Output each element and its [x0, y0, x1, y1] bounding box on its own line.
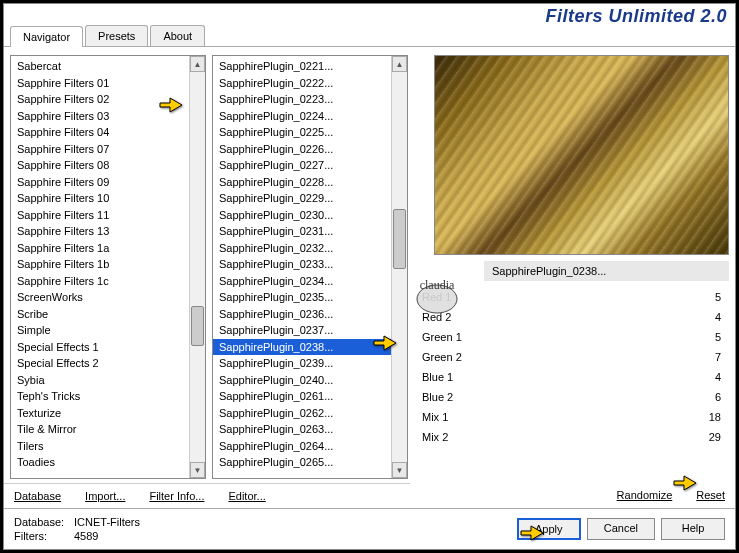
filter-item[interactable]: SapphirePlugin_0240... — [213, 372, 391, 389]
import-link[interactable]: Import... — [85, 490, 125, 502]
filter-item[interactable]: SapphirePlugin_0234... — [213, 273, 391, 290]
apply-button[interactable]: Apply — [517, 518, 581, 540]
param-value: 7 — [715, 349, 721, 365]
filter-item[interactable]: SapphirePlugin_0230... — [213, 207, 391, 224]
category-item[interactable]: Toadies — [11, 454, 189, 471]
category-item[interactable]: Teph's Tricks — [11, 388, 189, 405]
param-row[interactable]: Red 15 — [418, 287, 725, 307]
param-name: Blue 2 — [422, 389, 453, 405]
category-item[interactable]: Sapphire Filters 08 — [11, 157, 189, 174]
category-column: SabercatSapphire Filters 01Sapphire Filt… — [10, 55, 206, 479]
scroll-thumb[interactable] — [191, 306, 204, 346]
category-item[interactable]: Sabercat — [11, 58, 189, 75]
preview-image — [434, 55, 729, 255]
category-item[interactable]: ScreenWorks — [11, 289, 189, 306]
category-item[interactable]: Special Effects 1 — [11, 339, 189, 356]
scroll-down-icon[interactable]: ▼ — [392, 462, 407, 478]
param-value: 6 — [715, 389, 721, 405]
category-item[interactable]: Sapphire Filters 13 — [11, 223, 189, 240]
body: SabercatSapphire Filters 01Sapphire Filt… — [4, 47, 735, 483]
param-row[interactable]: Blue 14 — [418, 367, 725, 387]
cancel-button[interactable]: Cancel — [587, 518, 655, 540]
scroll-down-icon[interactable]: ▼ — [190, 462, 205, 478]
filter-item[interactable]: SapphirePlugin_0235... — [213, 289, 391, 306]
category-item[interactable]: Special Effects 2 — [11, 355, 189, 372]
category-list-wrap: SabercatSapphire Filters 01Sapphire Filt… — [10, 55, 206, 479]
filter-item[interactable]: SapphirePlugin_0232... — [213, 240, 391, 257]
param-row[interactable]: Green 15 — [418, 327, 725, 347]
param-row[interactable]: Red 24 — [418, 307, 725, 327]
param-row[interactable]: Mix 118 — [418, 407, 725, 427]
category-list[interactable]: SabercatSapphire Filters 01Sapphire Filt… — [11, 56, 189, 478]
category-item[interactable]: Texturize — [11, 405, 189, 422]
filter-item[interactable]: SapphirePlugin_0263... — [213, 421, 391, 438]
category-item[interactable]: Tile & Mirror — [11, 421, 189, 438]
filter-item[interactable]: SapphirePlugin_0228... — [213, 174, 391, 191]
scroll-track[interactable] — [190, 72, 205, 462]
database-label: Database: — [14, 515, 74, 529]
category-item[interactable]: Sapphire Filters 09 — [11, 174, 189, 191]
filter-item[interactable]: SapphirePlugin_0227... — [213, 157, 391, 174]
filter-item[interactable]: SapphirePlugin_0226... — [213, 141, 391, 158]
category-item[interactable]: Sapphire Filters 01 — [11, 75, 189, 92]
tab-navigator[interactable]: Navigator — [10, 26, 83, 47]
category-item[interactable]: Sapphire Filters 03 — [11, 108, 189, 125]
filter-list[interactable]: SapphirePlugin_0221...SapphirePlugin_022… — [213, 56, 391, 478]
filter-item[interactable]: SapphirePlugin_0262... — [213, 405, 391, 422]
filter-item[interactable]: SapphirePlugin_0221... — [213, 58, 391, 75]
category-item[interactable]: Sapphire Filters 1b — [11, 256, 189, 273]
param-row[interactable]: Blue 26 — [418, 387, 725, 407]
tab-about[interactable]: About — [150, 25, 205, 46]
filter-column: SapphirePlugin_0221...SapphirePlugin_022… — [212, 55, 408, 479]
toolbar-left: Database Import... Filter Info... Editor… — [4, 483, 410, 508]
category-item[interactable]: Tilers — [11, 438, 189, 455]
filter-item[interactable]: SapphirePlugin_0239... — [213, 355, 391, 372]
filter-item[interactable]: SapphirePlugin_0264... — [213, 438, 391, 455]
filter-item[interactable]: SapphirePlugin_0265... — [213, 454, 391, 471]
help-button[interactable]: Help — [661, 518, 725, 540]
filter-item[interactable]: SapphirePlugin_0261... — [213, 388, 391, 405]
param-value: 4 — [715, 369, 721, 385]
filter-item[interactable]: SapphirePlugin_0222... — [213, 75, 391, 92]
category-item[interactable]: Sapphire Filters 1c — [11, 273, 189, 290]
preview-column: SapphirePlugin_0238... Red 15Red 24Green… — [414, 55, 729, 479]
filter-item[interactable]: SapphirePlugin_0231... — [213, 223, 391, 240]
filter-item[interactable]: SapphirePlugin_0229... — [213, 190, 391, 207]
header: Filters Unlimited 2.0 — [4, 4, 735, 27]
filter-item[interactable]: SapphirePlugin_0225... — [213, 124, 391, 141]
scroll-up-icon[interactable]: ▲ — [190, 56, 205, 72]
category-item[interactable]: Sapphire Filters 1a — [11, 240, 189, 257]
database-value: ICNET-Filters — [74, 515, 140, 529]
category-item[interactable]: Sapphire Filters 02 — [11, 91, 189, 108]
filter-info-link[interactable]: Filter Info... — [149, 490, 204, 502]
filter-item[interactable]: SapphirePlugin_0223... — [213, 91, 391, 108]
filter-item[interactable]: SapphirePlugin_0237... — [213, 322, 391, 339]
randomize-link[interactable]: Randomize — [617, 489, 673, 502]
category-item[interactable]: Sapphire Filters 07 — [11, 141, 189, 158]
scroll-track[interactable] — [392, 72, 407, 462]
filter-item[interactable]: SapphirePlugin_0224... — [213, 108, 391, 125]
scroll-thumb[interactable] — [393, 209, 406, 269]
category-item[interactable]: Scribe — [11, 306, 189, 323]
category-item[interactable]: Simple — [11, 322, 189, 339]
category-scrollbar[interactable]: ▲ ▼ — [189, 56, 205, 478]
filter-item[interactable]: SapphirePlugin_0236... — [213, 306, 391, 323]
category-item[interactable]: Sapphire Filters 04 — [11, 124, 189, 141]
param-name: Mix 2 — [422, 429, 448, 445]
param-name: Red 1 — [422, 289, 451, 305]
category-item[interactable]: Sapphire Filters 10 — [11, 190, 189, 207]
editor-link[interactable]: Editor... — [228, 490, 265, 502]
param-value: 4 — [715, 309, 721, 325]
filter-item[interactable]: SapphirePlugin_0238... — [213, 339, 391, 356]
filter-scrollbar[interactable]: ▲ ▼ — [391, 56, 407, 478]
reset-link[interactable]: Reset — [696, 489, 725, 502]
category-item[interactable]: Sybia — [11, 372, 189, 389]
category-item[interactable]: Sapphire Filters 11 — [11, 207, 189, 224]
filter-item[interactable]: SapphirePlugin_0233... — [213, 256, 391, 273]
tab-presets[interactable]: Presets — [85, 25, 148, 46]
filters-value: 4589 — [74, 529, 98, 543]
scroll-up-icon[interactable]: ▲ — [392, 56, 407, 72]
param-row[interactable]: Green 27 — [418, 347, 725, 367]
database-link[interactable]: Database — [14, 490, 61, 502]
param-row[interactable]: Mix 229 — [418, 427, 725, 447]
